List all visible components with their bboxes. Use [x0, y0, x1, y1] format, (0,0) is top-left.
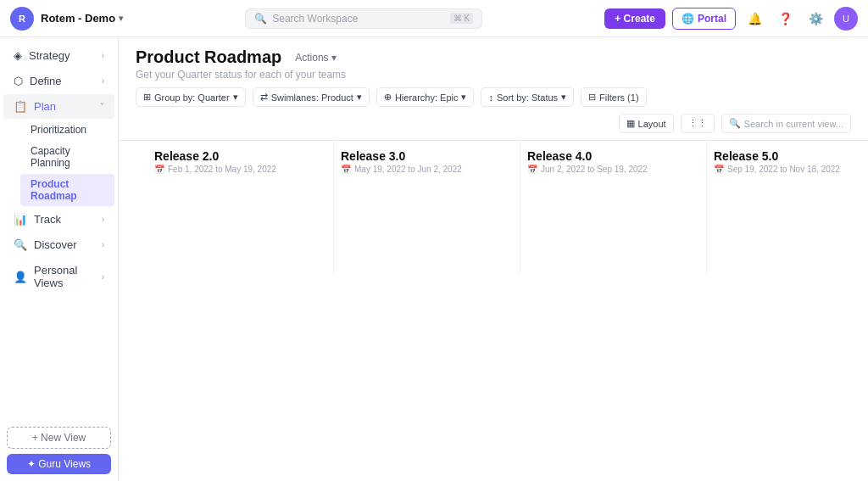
- hierarchy-button[interactable]: ⊕ Hierarchy: Epic ▾: [376, 87, 475, 107]
- sidebar-footer: + New View ✦ Guru Views: [0, 420, 118, 481]
- swimlanes-chevron-icon: ▾: [357, 92, 362, 103]
- sidebar-item-capacity-planning[interactable]: Capacity Planning: [20, 141, 114, 173]
- column-dates-release-3: 📅 May 19, 2022 to Jun 2, 2022: [341, 165, 513, 174]
- column-release-4: Release 4.0 📅 Jun 2, 2022 to Sep 19, 202…: [520, 141, 707, 274]
- search-placeholder-text: Search Workspace: [272, 13, 445, 25]
- board-container: Release 2.0 📅 Feb 1, 2022 to May 19, 202…: [119, 141, 868, 481]
- help-button[interactable]: ❓: [773, 7, 797, 31]
- discover-chevron-icon: ›: [102, 240, 104, 249]
- search-shortcut: ⌘ K: [450, 13, 473, 24]
- sidebar-item-product-roadmap[interactable]: Product Roadmap: [20, 174, 114, 206]
- hierarchy-chevron-icon: ▾: [461, 92, 466, 103]
- column-release-3: Release 3.0 📅 May 19, 2022 to Jun 2, 202…: [334, 141, 520, 274]
- plan-icon: 📋: [14, 100, 27, 113]
- track-chevron-icon: ›: [102, 215, 104, 224]
- sort-chevron-icon: ▾: [561, 92, 566, 103]
- calendar-icon: 📅: [154, 165, 164, 174]
- sidebar-label-discover: Discover: [34, 238, 77, 251]
- swimlanes-icon: ⇄: [260, 92, 268, 103]
- workspace-chevron-icon: ▾: [119, 14, 123, 23]
- portal-icon: 🌐: [682, 13, 694, 25]
- search-current-view[interactable]: 🔍 Search in current view...: [721, 114, 851, 133]
- sidebar-label-define: Define: [30, 75, 62, 87]
- navbar-left: R Rotem - Demo ▾: [10, 7, 123, 31]
- sort-by-button[interactable]: ↕ Sort by: Status ▾: [481, 87, 574, 107]
- navbar-right: + Create 🌐 Portal 🔔 ❓ ⚙️ U: [604, 7, 858, 31]
- content-area: Product Roadmap Actions ▾ Get your Quart…: [119, 37, 868, 481]
- toolbar-right: ▦ Layout ⋮⋮ 🔍 Search in current view...: [619, 114, 851, 133]
- define-chevron-icon: ›: [102, 76, 104, 86]
- page-title: Product Roadmap: [136, 48, 281, 67]
- column-dates-release-4: 📅 Jun 2, 2022 to Sep 19, 2022: [527, 165, 699, 174]
- sidebar-item-personal-views[interactable]: 👤 Personal Views ›: [3, 258, 114, 295]
- track-icon: 📊: [14, 213, 27, 226]
- calendar-icon: 📅: [341, 165, 351, 174]
- column-dates-release-2: 📅 Feb 1, 2022 to May 19, 2022: [154, 165, 326, 174]
- hierarchy-icon: ⊕: [384, 92, 392, 103]
- group-by-icon: ⊞: [143, 92, 151, 103]
- navbar: R Rotem - Demo ▾ 🔍 Search Workspace ⌘ K …: [0, 0, 868, 37]
- column-header-release-2: Release 2.0 📅 Feb 1, 2022 to May 19, 202…: [154, 141, 326, 179]
- sidebar-label-track: Track: [34, 213, 61, 226]
- personal-views-chevron-icon: ›: [102, 272, 104, 282]
- column-header-release-4: Release 4.0 📅 Jun 2, 2022 to Sep 19, 202…: [527, 141, 699, 179]
- workspace-name[interactable]: Rotem - Demo ▾: [41, 12, 123, 25]
- main-layout: ◈ Strategy › ⬡ Define › 📋 Plan ˅: [0, 37, 868, 481]
- layout-button[interactable]: ▦ Layout: [619, 114, 674, 133]
- group-by-chevron-icon: ▾: [233, 92, 238, 103]
- sidebar-item-plan[interactable]: 📋 Plan ˅: [3, 94, 114, 119]
- portal-button[interactable]: 🌐 Portal: [672, 8, 736, 30]
- sidebar-label-plan: Plan: [34, 100, 56, 113]
- guru-views-button[interactable]: ✦ Guru Views: [7, 454, 111, 474]
- column-dates-release-5: 📅 Sep 19, 2022 to Nov 18, 2022: [714, 165, 868, 174]
- settings-button[interactable]: ⚙️: [804, 7, 827, 31]
- column-title-release-5: Release 5.0: [714, 149, 868, 163]
- workspace-avatar: R: [10, 7, 34, 31]
- group-by-button[interactable]: ⊞ Group by: Quarter ▾: [136, 87, 246, 107]
- search-view-icon: 🔍: [729, 118, 741, 129]
- toolbar: ⊞ Group by: Quarter ▾ ⇄ Swimlanes: Produ…: [119, 81, 868, 141]
- board: Release 2.0 📅 Feb 1, 2022 to May 19, 202…: [136, 141, 868, 274]
- plan-chevron-icon: ˅: [100, 102, 104, 111]
- column-title-release-4: Release 4.0: [527, 149, 699, 163]
- filters-button[interactable]: ⊟ Filters (1): [581, 87, 646, 107]
- actions-button[interactable]: Actions ▾: [290, 49, 342, 66]
- column-header-release-3: Release 3.0 📅 May 19, 2022 to Jun 2, 202…: [341, 141, 513, 179]
- page-subtitle: Get your Quarter status for each of your…: [136, 69, 851, 81]
- column-release-2: Release 2.0 📅 Feb 1, 2022 to May 19, 202…: [147, 141, 334, 274]
- calendar-icon: 📅: [527, 165, 537, 174]
- notifications-button[interactable]: 🔔: [743, 7, 766, 31]
- define-icon: ⬡: [14, 75, 23, 87]
- filter-icon: ⊟: [588, 92, 596, 103]
- page-header: Product Roadmap Actions ▾ Get your Quart…: [119, 37, 868, 81]
- sidebar-item-define[interactable]: ⬡ Define ›: [3, 69, 114, 93]
- swimlanes-button[interactable]: ⇄ Swimlanes: Product ▾: [253, 87, 370, 107]
- sidebar-item-discover[interactable]: 🔍 Discover ›: [3, 232, 114, 257]
- search-icon: 🔍: [254, 13, 267, 25]
- calendar-icon: 📅: [714, 165, 724, 174]
- discover-icon: 🔍: [14, 238, 27, 251]
- sidebar-item-strategy[interactable]: ◈ Strategy ›: [3, 43, 114, 68]
- sidebar-label-strategy: Strategy: [29, 49, 70, 62]
- personal-views-icon: 👤: [14, 271, 27, 283]
- layout-icon: ▦: [626, 118, 635, 129]
- strategy-icon: ◈: [14, 49, 22, 62]
- sort-icon: ↕: [488, 92, 493, 103]
- chart-icon: ⋮⋮: [688, 118, 707, 129]
- user-avatar[interactable]: U: [834, 7, 858, 31]
- column-title-release-3: Release 3.0: [341, 149, 513, 163]
- create-button[interactable]: + Create: [604, 8, 665, 29]
- sidebar-plan-submenu: Prioritization Capacity Planning Product…: [0, 120, 118, 206]
- sidebar-item-prioritization[interactable]: Prioritization: [20, 120, 114, 140]
- column-release-5: Release 5.0 📅 Sep 19, 2022 to Nov 18, 20…: [707, 141, 868, 274]
- new-view-button[interactable]: + New View: [7, 427, 111, 449]
- sidebar-label-personal-views: Personal Views: [34, 264, 102, 289]
- column-title-release-2: Release 2.0: [154, 149, 326, 163]
- sidebar: ◈ Strategy › ⬡ Define › 📋 Plan ˅: [0, 37, 119, 481]
- global-search-bar[interactable]: 🔍 Search Workspace ⌘ K: [245, 8, 482, 29]
- sidebar-item-track[interactable]: 📊 Track ›: [3, 207, 114, 232]
- navbar-center: 🔍 Search Workspace ⌘ K: [130, 8, 598, 29]
- chart-view-button[interactable]: ⋮⋮: [681, 114, 715, 133]
- column-header-release-5: Release 5.0 📅 Sep 19, 2022 to Nov 18, 20…: [714, 141, 868, 179]
- strategy-chevron-icon: ›: [102, 51, 104, 60]
